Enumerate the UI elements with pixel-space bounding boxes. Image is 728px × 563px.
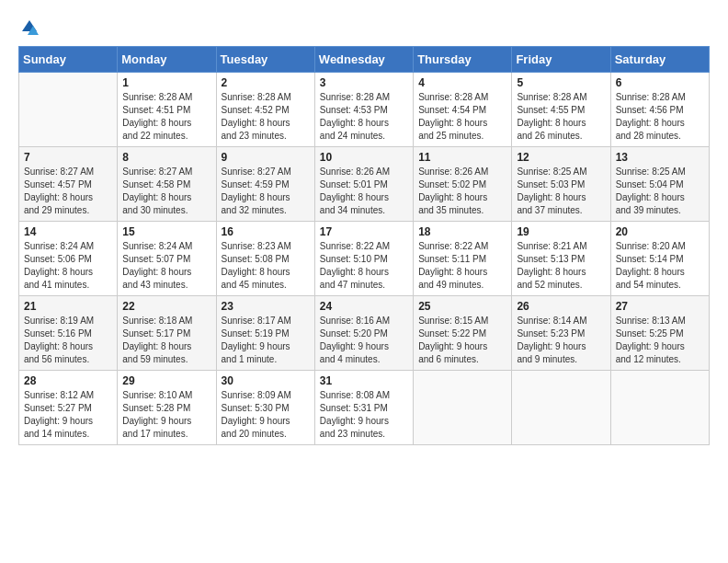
calendar-cell: 7Sunrise: 8:27 AMSunset: 4:57 PMDaylight… xyxy=(19,147,118,222)
day-info: Sunrise: 8:27 AMSunset: 4:59 PMDaylight:… xyxy=(222,166,310,217)
day-info: Sunrise: 8:23 AMSunset: 5:08 PMDaylight:… xyxy=(222,240,310,292)
calendar-cell: 18Sunrise: 8:22 AMSunset: 5:11 PMDayligh… xyxy=(414,222,512,296)
day-info: Sunrise: 8:08 AMSunset: 5:31 PMDaylight:… xyxy=(320,389,408,441)
day-number: 7 xyxy=(24,151,112,164)
calendar-cell: 2Sunrise: 8:28 AMSunset: 4:52 PMDaylight… xyxy=(216,73,314,147)
day-info: Sunrise: 8:25 AMSunset: 5:04 PMDaylight:… xyxy=(616,166,704,217)
calendar-cell: 23Sunrise: 8:17 AMSunset: 5:19 PMDayligh… xyxy=(216,296,314,371)
day-info: Sunrise: 8:16 AMSunset: 5:20 PMDaylight:… xyxy=(320,315,408,366)
day-info: Sunrise: 8:18 AMSunset: 5:17 PMDaylight:… xyxy=(122,315,210,366)
day-number: 5 xyxy=(517,76,605,89)
day-info: Sunrise: 8:28 AMSunset: 4:51 PMDaylight:… xyxy=(122,91,210,143)
day-info: Sunrise: 8:28 AMSunset: 4:54 PMDaylight:… xyxy=(418,91,506,143)
calendar-cell: 11Sunrise: 8:26 AMSunset: 5:02 PMDayligh… xyxy=(414,147,512,222)
header-cell-sunday: Sunday xyxy=(19,47,118,73)
day-number: 14 xyxy=(24,225,112,238)
day-number: 16 xyxy=(222,225,310,238)
day-info: Sunrise: 8:26 AMSunset: 5:01 PMDaylight:… xyxy=(320,166,408,217)
header-cell-saturday: Saturday xyxy=(610,47,709,73)
calendar-cell: 13Sunrise: 8:25 AMSunset: 5:04 PMDayligh… xyxy=(610,147,709,222)
day-info: Sunrise: 8:22 AMSunset: 5:10 PMDaylight:… xyxy=(320,240,408,292)
day-number: 17 xyxy=(320,225,408,238)
day-info: Sunrise: 8:13 AMSunset: 5:25 PMDaylight:… xyxy=(616,315,704,366)
day-number: 12 xyxy=(517,151,605,164)
day-number: 26 xyxy=(517,300,605,313)
calendar-cell: 12Sunrise: 8:25 AMSunset: 5:03 PMDayligh… xyxy=(512,147,610,222)
calendar-cell: 30Sunrise: 8:09 AMSunset: 5:30 PMDayligh… xyxy=(216,371,314,445)
calendar-cell: 8Sunrise: 8:27 AMSunset: 4:58 PMDaylight… xyxy=(118,147,216,222)
calendar-cell xyxy=(512,371,610,445)
header-cell-thursday: Thursday xyxy=(414,47,512,73)
day-info: Sunrise: 8:28 AMSunset: 4:53 PMDaylight:… xyxy=(320,91,408,143)
calendar-cell: 10Sunrise: 8:26 AMSunset: 5:01 PMDayligh… xyxy=(314,147,413,222)
day-info: Sunrise: 8:24 AMSunset: 5:06 PMDaylight:… xyxy=(24,240,112,292)
day-info: Sunrise: 8:25 AMSunset: 5:03 PMDaylight:… xyxy=(517,166,605,217)
day-info: Sunrise: 8:19 AMSunset: 5:16 PMDaylight:… xyxy=(24,315,112,366)
day-number: 22 xyxy=(122,300,210,313)
calendar-cell: 16Sunrise: 8:23 AMSunset: 5:08 PMDayligh… xyxy=(216,222,314,296)
day-number: 9 xyxy=(222,151,310,164)
calendar-cell: 1Sunrise: 8:28 AMSunset: 4:51 PMDaylight… xyxy=(118,73,216,147)
day-number: 21 xyxy=(24,300,112,313)
day-info: Sunrise: 8:22 AMSunset: 5:11 PMDaylight:… xyxy=(418,240,506,292)
day-number: 20 xyxy=(616,225,704,238)
day-info: Sunrise: 8:26 AMSunset: 5:02 PMDaylight:… xyxy=(418,166,506,217)
day-info: Sunrise: 8:14 AMSunset: 5:23 PMDaylight:… xyxy=(517,315,605,366)
calendar-cell: 3Sunrise: 8:28 AMSunset: 4:53 PMDaylight… xyxy=(314,73,413,147)
day-info: Sunrise: 8:27 AMSunset: 4:58 PMDaylight:… xyxy=(122,166,210,217)
calendar-cell: 22Sunrise: 8:18 AMSunset: 5:17 PMDayligh… xyxy=(118,296,216,371)
header-cell-wednesday: Wednesday xyxy=(314,47,413,73)
day-info: Sunrise: 8:10 AMSunset: 5:28 PMDaylight:… xyxy=(122,389,210,441)
day-info: Sunrise: 8:28 AMSunset: 4:55 PMDaylight:… xyxy=(517,91,605,143)
calendar-cell: 19Sunrise: 8:21 AMSunset: 5:13 PMDayligh… xyxy=(512,222,610,296)
logo xyxy=(18,18,40,37)
page-header xyxy=(18,18,710,37)
calendar-week-3: 14Sunrise: 8:24 AMSunset: 5:06 PMDayligh… xyxy=(19,222,710,296)
calendar-cell: 21Sunrise: 8:19 AMSunset: 5:16 PMDayligh… xyxy=(19,296,118,371)
calendar-cell: 5Sunrise: 8:28 AMSunset: 4:55 PMDaylight… xyxy=(512,73,610,147)
day-info: Sunrise: 8:17 AMSunset: 5:19 PMDaylight:… xyxy=(222,315,310,366)
calendar-cell: 6Sunrise: 8:28 AMSunset: 4:56 PMDaylight… xyxy=(610,73,709,147)
day-number: 25 xyxy=(418,300,506,313)
day-info: Sunrise: 8:24 AMSunset: 5:07 PMDaylight:… xyxy=(122,240,210,292)
day-info: Sunrise: 8:09 AMSunset: 5:30 PMDaylight:… xyxy=(222,389,310,441)
calendar-cell: 31Sunrise: 8:08 AMSunset: 5:31 PMDayligh… xyxy=(314,371,413,445)
calendar-cell: 28Sunrise: 8:12 AMSunset: 5:27 PMDayligh… xyxy=(19,371,118,445)
day-number: 19 xyxy=(517,225,605,238)
day-number: 15 xyxy=(122,225,210,238)
day-number: 28 xyxy=(24,374,112,387)
day-number: 2 xyxy=(222,76,310,89)
header-cell-tuesday: Tuesday xyxy=(216,47,314,73)
day-number: 4 xyxy=(418,76,506,89)
calendar-cell: 14Sunrise: 8:24 AMSunset: 5:06 PMDayligh… xyxy=(19,222,118,296)
calendar-cell: 20Sunrise: 8:20 AMSunset: 5:14 PMDayligh… xyxy=(610,222,709,296)
calendar-cell: 17Sunrise: 8:22 AMSunset: 5:10 PMDayligh… xyxy=(314,222,413,296)
day-number: 30 xyxy=(222,374,310,387)
day-number: 11 xyxy=(418,151,506,164)
day-info: Sunrise: 8:20 AMSunset: 5:14 PMDaylight:… xyxy=(616,240,704,292)
logo-icon xyxy=(20,18,39,37)
day-info: Sunrise: 8:12 AMSunset: 5:27 PMDaylight:… xyxy=(24,389,112,441)
day-number: 29 xyxy=(122,374,210,387)
day-number: 24 xyxy=(320,300,408,313)
calendar-week-1: 1Sunrise: 8:28 AMSunset: 4:51 PMDaylight… xyxy=(19,73,710,147)
day-info: Sunrise: 8:28 AMSunset: 4:52 PMDaylight:… xyxy=(222,91,310,143)
calendar-cell: 15Sunrise: 8:24 AMSunset: 5:07 PMDayligh… xyxy=(118,222,216,296)
calendar-cell: 24Sunrise: 8:16 AMSunset: 5:20 PMDayligh… xyxy=(314,296,413,371)
calendar-cell xyxy=(414,371,512,445)
calendar-cell: 25Sunrise: 8:15 AMSunset: 5:22 PMDayligh… xyxy=(414,296,512,371)
header-cell-friday: Friday xyxy=(512,47,610,73)
calendar-week-4: 21Sunrise: 8:19 AMSunset: 5:16 PMDayligh… xyxy=(19,296,710,371)
day-number: 1 xyxy=(122,76,210,89)
calendar-cell: 29Sunrise: 8:10 AMSunset: 5:28 PMDayligh… xyxy=(118,371,216,445)
calendar-table: SundayMondayTuesdayWednesdayThursdayFrid… xyxy=(18,46,710,445)
header-cell-monday: Monday xyxy=(118,47,216,73)
calendar-cell: 26Sunrise: 8:14 AMSunset: 5:23 PMDayligh… xyxy=(512,296,610,371)
header-row: SundayMondayTuesdayWednesdayThursdayFrid… xyxy=(19,47,710,73)
calendar-week-2: 7Sunrise: 8:27 AMSunset: 4:57 PMDaylight… xyxy=(19,147,710,222)
calendar-week-5: 28Sunrise: 8:12 AMSunset: 5:27 PMDayligh… xyxy=(19,371,710,445)
day-number: 23 xyxy=(222,300,310,313)
day-number: 3 xyxy=(320,76,408,89)
calendar-cell xyxy=(610,371,709,445)
day-number: 18 xyxy=(418,225,506,238)
